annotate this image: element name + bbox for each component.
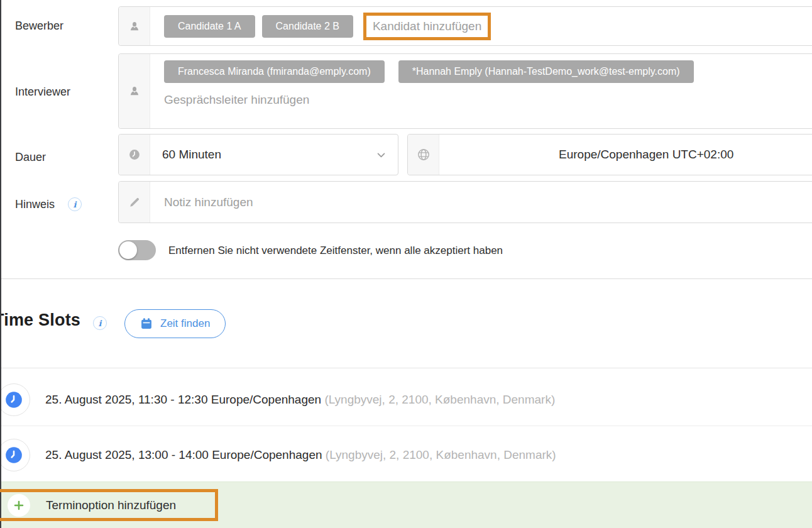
field-label-duration: Dauer [15,151,46,164]
list-divider [0,368,812,368]
timezone-field[interactable]: Europe/Copenhagen UTC+02:00 [407,134,812,175]
person-icon [119,54,150,128]
find-time-button[interactable]: Zeit finden [124,309,226,338]
duration-select[interactable]: 60 Minuten [118,134,398,175]
highlight-box-add-option: Terminoption hinzufügen [0,489,218,521]
candidate-tag[interactable]: Candidate 1 A [164,15,255,38]
highlight-box-candidate-input: Kandidat hinzufügen [363,13,491,40]
add-time-slot-label: Terminoption hinzufügen [46,498,176,512]
slot-location: (Lyngbyvej, 2, 2100, København, Denmark) [324,393,555,406]
duration-value: 60 Minuten [162,148,221,162]
interviewer-add-input[interactable]: Gesprächsleiter hinzufügen [164,93,309,107]
interview-scheduling-form: Bewerber Interviewer Dauer Hinweis i Can… [0,0,812,528]
info-glyph: i [99,319,102,328]
slot-clock-icon [0,439,30,471]
interviewer-tag[interactable]: *Hannah Emply (Hannah-TestDemo_work@test… [398,60,694,83]
add-time-slot-row[interactable]: Terminoption hinzufügen [0,481,812,528]
timezone-value: Europe/Copenhagen UTC+02:00 [559,148,733,162]
field-label-candidates: Bewerber [15,19,63,33]
time-slots-info-icon[interactable]: i [93,316,107,330]
pencil-icon [119,182,150,223]
interviewer-tag[interactable]: Francesca Miranda (fmiranda@emply.com) [164,60,385,83]
candidates-field[interactable]: Candidate 1 A Candidate 2 B Kandidat hin… [118,6,812,46]
toggle-knob [119,241,137,259]
auto-remove-toggle-label: Entfernen Sie nicht verwendete Zeitfenst… [168,245,503,257]
field-label-interviewers: Interviewer [15,85,70,99]
globe-icon [408,135,439,175]
slot-location: (Lyngbyvej, 2, 2100, København, Denmark) [326,448,556,461]
dialog-edge [0,0,1,528]
info-glyph: i [74,200,77,209]
slot-datetime: 25. August 2025, 11:30 - 12:30 Europe/Co… [45,393,321,406]
slot-clock-icon [0,383,30,416]
candidate-tag[interactable]: Candidate 2 B [262,15,353,38]
find-time-button-label: Zeit finden [160,317,210,330]
time-slots-title: Time Slots [0,311,80,330]
time-slot-row[interactable]: 25. August 2025, 11:30 - 12:30 Europe/Co… [0,371,812,426]
note-field[interactable]: Notiz hinzufügen [118,181,812,223]
clock-icon [119,135,150,175]
note-info-icon[interactable]: i [68,197,82,211]
chevron-down-icon [376,150,387,160]
auto-remove-toggle[interactable] [118,240,156,260]
candidate-add-input[interactable]: Kandidat hinzufügen [373,19,481,33]
time-slot-row[interactable]: 25. August 2025, 13:00 - 14:00 Europe/Co… [0,426,812,481]
person-icon [119,7,150,45]
calendar-icon [140,317,153,330]
plus-icon [8,494,30,517]
slot-datetime: 25. August 2025, 13:00 - 14:00 Europe/Co… [45,448,322,461]
section-divider [0,278,812,279]
note-input[interactable]: Notiz hinzufügen [164,195,253,209]
interviewers-field[interactable]: Francesca Miranda (fmiranda@emply.com) *… [118,53,812,129]
field-label-note: Hinweis [15,198,55,211]
